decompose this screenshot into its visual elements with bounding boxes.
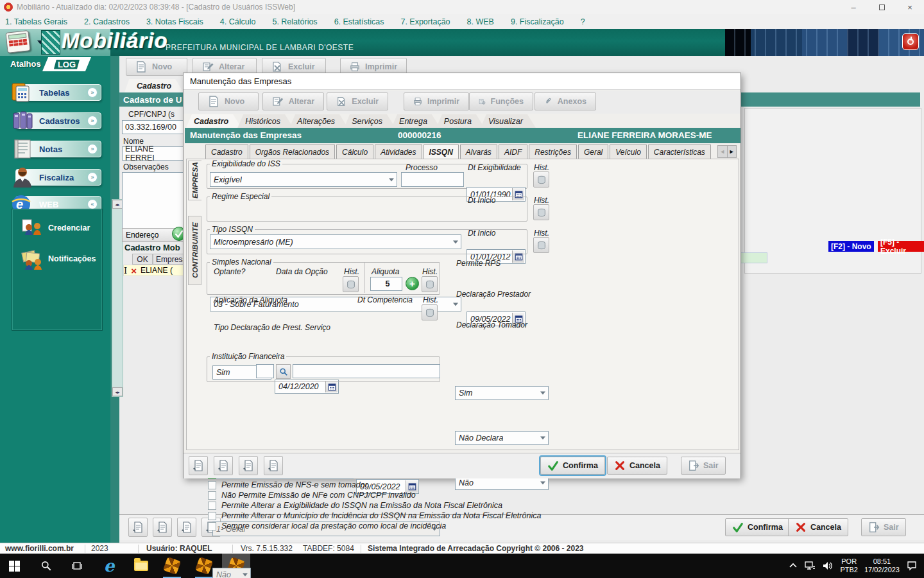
taskbar-ie-button[interactable]: e xyxy=(95,554,123,578)
grid-col-empresa[interactable]: Empresa xyxy=(153,254,184,265)
declaracao-prestador-select[interactable]: Não Declara xyxy=(455,431,549,445)
record-prev-button[interactable] xyxy=(214,456,233,475)
chevron-expand-icon[interactable]: » xyxy=(87,172,98,182)
chevron-expand-icon[interactable]: » xyxy=(87,144,98,154)
dialog-funcoes-button[interactable]: Funções xyxy=(469,92,533,110)
start-button[interactable] xyxy=(0,554,28,578)
cpf-field[interactable]: 03.332.169/00 xyxy=(122,120,184,134)
tab-atividades[interactable]: Atividades xyxy=(375,144,422,159)
sair-button[interactable]: Sair xyxy=(861,518,906,536)
tab-visualizar[interactable]: Visualizar xyxy=(481,114,536,128)
record-next-button[interactable] xyxy=(177,518,196,537)
dialog-imprimir-button[interactable]: Imprimir xyxy=(404,92,469,110)
menu-exportacao[interactable]: 7. Exportação xyxy=(400,17,450,26)
chevron-expand-icon[interactable]: » xyxy=(87,116,98,126)
dialog-excluir-button[interactable]: Excluir xyxy=(327,92,388,110)
sidebar-item-notas[interactable]: Notas » xyxy=(15,141,101,157)
record-next-button[interactable] xyxy=(239,456,258,475)
scroll-arrow-icon[interactable]: ◂▸ xyxy=(112,200,123,209)
menu-web[interactable]: 8. WEB xyxy=(467,17,494,26)
calendar-icon[interactable] xyxy=(325,381,338,392)
sidebar-item-credenciar[interactable]: Credenciar xyxy=(12,218,102,238)
cancela-button[interactable]: Cancela xyxy=(788,518,848,536)
chevron-expand-icon[interactable]: » xyxy=(87,87,98,98)
tab-cadastro-usuarios[interactable]: Cadastro xyxy=(124,79,184,92)
sidebar-item-cadastros[interactable]: Cadastros » xyxy=(15,112,101,129)
dialog-cancela-button[interactable]: Cancela xyxy=(607,457,667,475)
chevron-collapse-icon[interactable]: « xyxy=(87,199,98,209)
instituicao-select[interactable]: Não xyxy=(212,568,251,578)
permite-rps-select[interactable]: Sim xyxy=(455,386,549,400)
nfe-cnpj-invalido-checkbox[interactable] xyxy=(208,491,216,500)
tab-aidf[interactable]: AIDF xyxy=(499,144,527,159)
hist-exigibilidade-button[interactable] xyxy=(533,171,549,188)
notifications-icon[interactable] xyxy=(906,561,918,571)
menu-tabelas-gerais[interactable]: 1. Tabelas Gerais xyxy=(5,17,67,26)
nfse-sem-tomador-checkbox[interactable] xyxy=(208,481,216,489)
dialog-anexos-button[interactable]: Anexos xyxy=(535,92,596,110)
close-button[interactable]: × xyxy=(896,0,924,14)
dialog-confirma-button[interactable]: Confirma xyxy=(540,457,605,475)
taskbar-search-button[interactable] xyxy=(32,554,60,578)
dialog-novo-button[interactable]: Novo xyxy=(198,92,259,110)
tab-geral[interactable]: Geral xyxy=(578,144,608,159)
tab-alteracoes[interactable]: Alterações xyxy=(289,114,348,128)
hist-tipo-issqn-button[interactable] xyxy=(533,237,549,253)
dialog-alterar-button[interactable]: Alterar xyxy=(262,92,324,110)
hist-regime-button[interactable] xyxy=(533,204,549,220)
local-prestacao-checkbox[interactable] xyxy=(208,522,216,530)
sidebar-item-notificacoes[interactable]: Notificações xyxy=(12,249,102,268)
side-tab-contribuinte[interactable]: CONTRIBUINTE xyxy=(188,216,201,285)
tab-calculo[interactable]: Cálculo xyxy=(336,144,373,159)
sidebar-tab-atalhos[interactable]: Atalhos xyxy=(10,59,41,69)
tab-cadastro2[interactable]: Cadastro xyxy=(205,144,248,159)
tab-restricoes[interactable]: Restrições xyxy=(529,144,577,159)
alterar-exigibilidade-checkbox[interactable] xyxy=(208,502,216,510)
task-view-button[interactable] xyxy=(63,554,91,578)
tray-expand-icon[interactable] xyxy=(789,561,798,570)
record-first-button[interactable] xyxy=(128,518,148,537)
processo-field[interactable] xyxy=(401,172,464,187)
tab-historicos[interactable]: Históricos xyxy=(237,114,293,128)
add-aliquota-button[interactable]: + xyxy=(406,277,419,290)
side-tab-empresa[interactable]: EMPRESA xyxy=(188,161,201,200)
nome-field[interactable]: ELIANE FERREI xyxy=(122,146,184,161)
alterar-municipio-checkbox[interactable] xyxy=(208,512,216,520)
sidebar-item-tabelas[interactable]: Tabelas » xyxy=(15,84,101,101)
menu-help[interactable]: ? xyxy=(581,17,585,26)
tab-alvaras[interactable]: Alvarás xyxy=(460,144,497,159)
menu-cadastros[interactable]: 2. Cadastros xyxy=(84,17,130,26)
volume-icon[interactable] xyxy=(822,561,834,571)
minimize-button[interactable]: – xyxy=(839,0,868,14)
record-prev-button[interactable] xyxy=(153,518,172,537)
tab-scroll-left-icon[interactable]: ◄ xyxy=(718,146,727,157)
instituicao-search-button[interactable] xyxy=(276,364,291,379)
aliquota-field[interactable]: 5 xyxy=(370,277,402,291)
sidebar-tab-log[interactable]: LOG xyxy=(42,57,91,71)
maximize-button[interactable] xyxy=(868,0,896,14)
clock[interactable]: 08:51 17/02/2023 xyxy=(864,557,900,574)
calculator-icon[interactable] xyxy=(5,30,30,53)
grid-col-ok[interactable]: OK xyxy=(132,254,153,265)
menu-estatisticas[interactable]: 6. Estatísticas xyxy=(334,17,384,26)
instituicao-name-field[interactable] xyxy=(293,364,440,378)
record-first-button[interactable] xyxy=(189,456,208,475)
menu-calculo[interactable]: 4. Cálculo xyxy=(220,17,256,26)
dialog-sair-button[interactable]: Sair xyxy=(681,457,726,475)
tab-scroll-right-icon[interactable]: ► xyxy=(727,146,737,157)
instituicao-code-field[interactable] xyxy=(256,364,274,378)
power-button[interactable] xyxy=(902,33,919,50)
network-icon[interactable] xyxy=(804,561,816,571)
tab-postura[interactable]: Postura xyxy=(436,114,484,128)
grid-row[interactable]: I × ELIANE ( xyxy=(123,265,184,276)
tab-issqn[interactable]: ISSQN xyxy=(424,144,459,159)
observacoes-field[interactable] xyxy=(122,172,184,231)
taskbar-app1-button[interactable] xyxy=(158,554,186,578)
menu-notas-fiscais[interactable]: 3. Notas Fiscais xyxy=(146,17,203,26)
tab-scroll-buttons[interactable]: ◄ ► xyxy=(717,145,737,158)
tab-entrega[interactable]: Entrega xyxy=(391,114,440,128)
sidebar-item-fiscaliza[interactable]: Fiscaliza » xyxy=(15,169,101,186)
scroll-arrow-icon[interactable]: ◂▸ xyxy=(112,387,123,396)
tab-orgaos-relacionados[interactable]: Orgãos Relacionados xyxy=(250,144,335,159)
tab-veiculo[interactable]: Veículo xyxy=(610,144,647,159)
